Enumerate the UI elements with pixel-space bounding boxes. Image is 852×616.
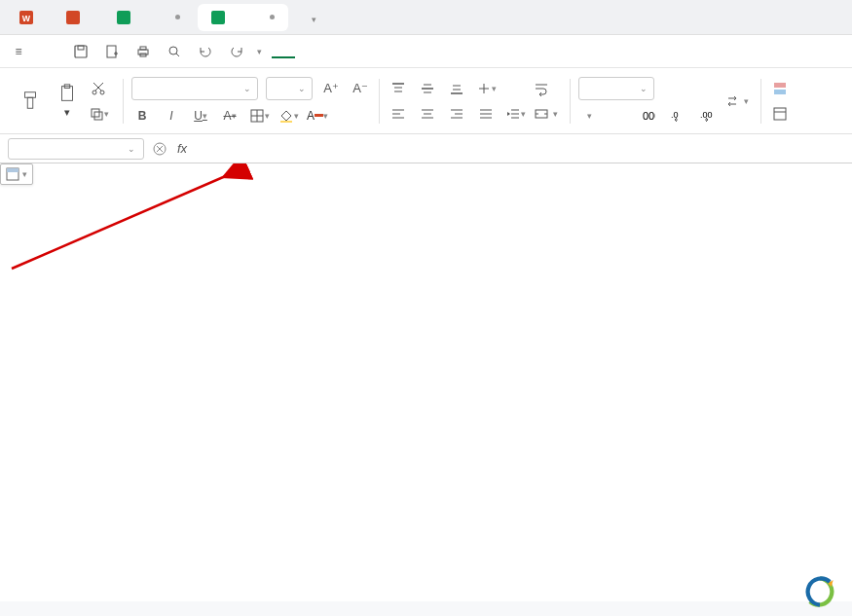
annotation-arrow <box>0 163 253 280</box>
tab-efficiency[interactable] <box>535 46 558 57</box>
underline-button[interactable]: U ▾ <box>190 106 211 126</box>
new-icon[interactable] <box>101 41 123 62</box>
font-size-select[interactable]: ⌄ <box>266 77 313 100</box>
svg-rect-25 <box>280 121 292 123</box>
align-left-button[interactable] <box>388 104 409 124</box>
italic-button[interactable]: I <box>161 106 182 126</box>
watermark <box>803 575 842 608</box>
svg-point-17 <box>100 91 104 94</box>
template-icon <box>66 11 80 24</box>
svg-rect-4 <box>107 46 116 57</box>
indent-button[interactable]: ▾ <box>504 104 526 124</box>
tab-formula[interactable] <box>359 46 383 57</box>
name-box[interactable]: ⌄ <box>8 138 144 160</box>
copy-button[interactable]: ▾ <box>88 104 109 124</box>
svg-rect-2 <box>75 46 87 57</box>
justify-button[interactable] <box>475 104 497 124</box>
convert-button[interactable]: ▾ <box>721 91 753 111</box>
tab-data[interactable] <box>389 46 412 57</box>
chevron-down-icon: ⌄ <box>128 144 135 154</box>
sheet-area: ▾ <box>0 163 852 601</box>
svg-rect-13 <box>27 97 33 108</box>
merge-icon <box>534 106 549 122</box>
cancel-icon[interactable] <box>152 141 167 157</box>
paste-options-icon <box>6 167 19 181</box>
align-middle-button[interactable] <box>417 79 438 98</box>
orientation-button[interactable]: ▾ <box>475 79 497 98</box>
svg-line-18 <box>95 83 103 91</box>
chevron-down-icon: ▾ <box>22 169 27 179</box>
paste-options-button[interactable]: ▾ <box>0 163 33 185</box>
svg-line-19 <box>93 83 101 91</box>
toolbar: ▾ ▾ ⌄ ⌄ A⁺ A⁻ B I U ▾ A ▾ ▾ ▾ A ▾ <box>0 68 852 134</box>
cut-button[interactable] <box>88 79 109 98</box>
paste-button[interactable]: ▾ <box>51 81 84 121</box>
preview-icon[interactable] <box>164 41 185 62</box>
style-button[interactable] <box>769 79 791 98</box>
comma-button[interactable]: 000 <box>637 106 658 126</box>
bucket-icon <box>278 108 294 124</box>
tab-indicator-icon <box>175 15 180 19</box>
tab-review[interactable] <box>418 46 441 57</box>
redo-icon[interactable] <box>226 41 247 62</box>
chevron-down-icon: ⌄ <box>640 84 648 93</box>
tab-tools[interactable] <box>476 46 500 57</box>
svg-rect-26 <box>315 114 323 117</box>
doc-tab-workbook1[interactable] <box>198 4 288 31</box>
svg-rect-59 <box>774 83 786 88</box>
doc-tab-template[interactable] <box>53 4 99 31</box>
file-menu[interactable] <box>39 41 60 62</box>
merge-button[interactable]: ▾ <box>530 104 562 124</box>
print-icon[interactable] <box>132 41 154 62</box>
currency-button[interactable]: ▾ <box>578 106 600 126</box>
svg-rect-20 <box>92 109 99 117</box>
tab-page[interactable] <box>330 46 353 57</box>
svg-rect-61 <box>774 108 786 120</box>
format-brush-button[interactable] <box>14 88 47 115</box>
svg-rect-60 <box>774 90 786 94</box>
undo-icon[interactable] <box>195 41 216 62</box>
tab-start[interactable] <box>272 45 295 58</box>
increase-font-button[interactable]: A⁺ <box>320 79 342 98</box>
align-right-button[interactable] <box>446 104 467 124</box>
align-top-button[interactable] <box>388 79 409 98</box>
divider <box>379 79 380 124</box>
font-name-select[interactable]: ⌄ <box>131 77 258 100</box>
svg-line-66 <box>12 168 243 269</box>
decrease-font-button[interactable]: A⁻ <box>350 79 371 98</box>
app-tab-wps[interactable]: W <box>8 3 51 32</box>
chevron-down-icon[interactable]: ▾ <box>257 47 262 56</box>
align-bottom-button[interactable] <box>446 79 467 98</box>
number-format-select[interactable]: ⌄ <box>578 77 654 100</box>
sheet-icon <box>117 11 130 24</box>
scissors-icon <box>91 81 106 96</box>
tab-bar: W ▾ <box>0 0 852 35</box>
tab-insert[interactable] <box>301 46 324 57</box>
strikethrough-button[interactable]: A ▾ <box>219 106 241 126</box>
chevron-down-icon: ▾ <box>312 15 316 24</box>
clipboard-icon <box>56 83 78 104</box>
decrease-decimal-button[interactable]: .0 <box>666 106 687 126</box>
border-button[interactable]: ▾ <box>248 106 270 126</box>
tab-view[interactable] <box>447 46 470 57</box>
align-center-button[interactable] <box>417 104 438 124</box>
fill-color-button[interactable]: ▾ <box>278 106 299 126</box>
doc-tab-workbook-count[interactable] <box>103 4 194 31</box>
svg-text:000: 000 <box>643 110 655 122</box>
save-icon[interactable] <box>70 41 92 62</box>
bold-button[interactable]: B <box>131 106 153 126</box>
fx-icon[interactable]: fx <box>177 141 187 156</box>
wrap-button[interactable] <box>530 79 562 98</box>
svg-rect-12 <box>25 91 36 97</box>
sheet-icon <box>211 11 225 24</box>
font-color-button[interactable]: A ▾ <box>307 106 328 126</box>
formula-bar: ⌄ fx <box>0 134 852 163</box>
percent-button[interactable] <box>608 106 629 126</box>
chevron-down-icon: ⌄ <box>243 84 251 93</box>
table-style-button[interactable] <box>769 104 791 124</box>
chevron-down-icon: ⌄ <box>298 84 306 93</box>
tab-member[interactable] <box>505 46 529 57</box>
increase-decimal-button[interactable]: .00 <box>695 106 717 126</box>
menu-icon[interactable]: ≡ <box>8 41 29 62</box>
add-tab-button[interactable]: ▾ <box>300 9 324 26</box>
